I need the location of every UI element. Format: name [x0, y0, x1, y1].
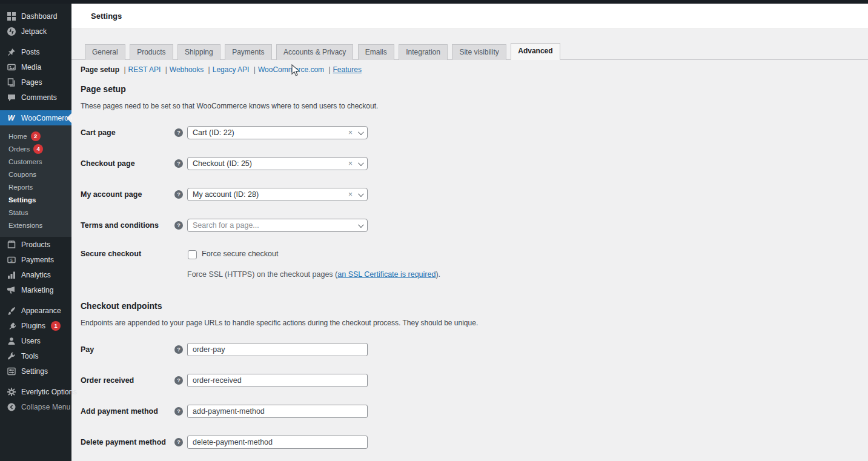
subnav-rest-api[interactable]: REST API: [128, 65, 161, 74]
plugin-icon: [7, 321, 16, 330]
sidebar-item-label: Tools: [21, 352, 39, 360]
sidebar-item-media[interactable]: Media: [0, 59, 71, 75]
sidebar-item-comments[interactable]: Comments: [0, 90, 71, 105]
subnav-page-setup[interactable]: Page setup: [81, 65, 119, 74]
cart-page-select[interactable]: Cart (ID: 22) ×: [187, 126, 368, 139]
terms-page-select[interactable]: Search for a page...: [187, 219, 368, 232]
media-icon: [7, 62, 16, 71]
sidebar-item-analytics[interactable]: Analytics: [0, 267, 71, 282]
help-icon[interactable]: ?: [174, 438, 183, 446]
help-icon[interactable]: ?: [174, 190, 183, 199]
help-icon[interactable]: ?: [174, 376, 183, 385]
cart-page-row: Cart page ? Cart (ID: 22) ×: [81, 126, 868, 139]
sidebar-item-appearance[interactable]: Appearance: [0, 303, 71, 318]
tab-accounts-privacy[interactable]: Accounts & Privacy: [276, 44, 353, 60]
page-header: Settings: [71, 4, 868, 29]
tab-emails[interactable]: Emails: [358, 44, 394, 60]
order-received-endpoint-input[interactable]: [187, 374, 368, 387]
pay-endpoint-row: Pay ?: [81, 343, 868, 356]
field-label: Pay: [81, 345, 174, 354]
main-content: Settings General Products Shipping Payme…: [71, 0, 868, 461]
sidebar-item-label: Analytics: [21, 271, 51, 279]
pages-icon: [7, 78, 16, 87]
submenu-item-status[interactable]: Status: [0, 206, 71, 219]
sidebar-item-posts[interactable]: Posts: [0, 44, 71, 59]
sidebar-separator: [0, 105, 71, 110]
my-account-page-select[interactable]: My account (ID: 28) ×: [187, 188, 368, 201]
settings-tab-bar: General Products Shipping Payments Accou…: [71, 43, 868, 60]
clear-selection-icon[interactable]: ×: [348, 191, 353, 198]
sidebar-item-jetpack[interactable]: Jetpack: [0, 24, 71, 39]
pay-endpoint-input[interactable]: [187, 343, 368, 356]
ssl-certificate-link[interactable]: an SSL Certificate is required: [337, 270, 436, 279]
paintbrush-icon: [7, 306, 16, 315]
force-secure-checkout-checkbox[interactable]: [188, 250, 197, 259]
sidebar-item-users[interactable]: Users: [0, 333, 71, 348]
woocommerce-submenu: Home 2 Orders 4 Customers Coupons Report…: [0, 125, 71, 237]
chevron-down-icon: [358, 222, 364, 228]
pushpin-icon: [7, 47, 16, 56]
sidebar-item-label: Collapse Menu: [21, 403, 70, 411]
woocommerce-settings-page: Dashboard Jetpack Posts Media Pages Comm…: [0, 0, 868, 461]
sidebar-item-payments[interactable]: $ Payments: [0, 252, 71, 267]
tab-general[interactable]: General: [85, 44, 125, 60]
tab-integration[interactable]: Integration: [399, 44, 448, 60]
sidebar-item-pages[interactable]: Pages: [0, 75, 71, 90]
field-label: Add payment method: [81, 407, 174, 416]
sidebar-item-settings[interactable]: Settings: [0, 363, 71, 379]
sidebar-item-marketing[interactable]: Marketing: [0, 282, 71, 297]
submenu-item-reports[interactable]: Reports: [0, 181, 71, 193]
subnav-webhooks[interactable]: Webhooks: [170, 65, 204, 74]
help-icon[interactable]: ?: [174, 159, 183, 168]
help-icon[interactable]: ?: [174, 221, 183, 230]
subnav-legacy-api[interactable]: Legacy API: [213, 65, 250, 74]
clear-selection-icon[interactable]: ×: [348, 129, 353, 136]
add-payment-method-endpoint-input[interactable]: [187, 405, 368, 418]
user-icon: [7, 336, 16, 345]
sidebar-item-woocommerce[interactable]: W WooCommerce: [0, 110, 71, 125]
settings-sliders-icon: [7, 366, 16, 376]
submenu-item-home[interactable]: Home 2: [0, 130, 71, 142]
sidebar-item-everlytic-options[interactable]: Everlytic Options: [0, 384, 71, 399]
sidebar-item-collapse-menu[interactable]: Collapse Menu: [0, 399, 71, 414]
collapse-arrow-icon: [7, 402, 16, 411]
tab-payments[interactable]: Payments: [225, 44, 271, 60]
tab-shipping[interactable]: Shipping: [177, 44, 220, 60]
help-icon[interactable]: ?: [174, 345, 183, 354]
checkout-page-select[interactable]: Checkout (ID: 25) ×: [187, 157, 368, 170]
submenu-item-customers[interactable]: Customers: [0, 155, 71, 168]
tab-products[interactable]: Products: [130, 44, 173, 60]
admin-sidebar: Dashboard Jetpack Posts Media Pages Comm…: [0, 0, 71, 461]
subnav-features[interactable]: Features: [333, 65, 362, 74]
gear-icon: [7, 387, 16, 396]
comment-bubble-icon: [7, 93, 16, 102]
sidebar-item-dashboard[interactable]: Dashboard: [0, 8, 71, 24]
sidebar-item-tools[interactable]: Tools: [0, 348, 71, 363]
help-icon[interactable]: ?: [174, 128, 183, 137]
page-setup-heading: Page setup: [81, 84, 868, 94]
help-icon[interactable]: ?: [174, 407, 183, 416]
payments-card-icon: $: [7, 255, 16, 264]
checkout-endpoints-form: Pay ? Order received ? Add payment metho…: [81, 343, 868, 461]
sidebar-item-label: Dashboard: [21, 12, 58, 21]
clear-selection-icon[interactable]: ×: [348, 160, 353, 167]
sidebar-item-products[interactable]: Products: [0, 237, 71, 252]
submenu-item-settings[interactable]: Settings: [0, 193, 71, 206]
secure-checkout-row: Secure checkout Force secure checkout: [81, 250, 868, 263]
wrench-icon: [7, 351, 16, 360]
submenu-item-coupons[interactable]: Coupons: [0, 168, 71, 181]
tab-advanced[interactable]: Advanced: [511, 43, 560, 60]
subnav-woocommerce-com[interactable]: WooCommerce.com: [258, 65, 324, 74]
sidebar-item-plugins[interactable]: Plugins 1: [0, 318, 71, 333]
field-label: Order received: [81, 376, 174, 385]
terms-and-conditions-row: Terms and conditions ? Search for a page…: [81, 219, 868, 232]
sidebar-item-label: Posts: [21, 48, 40, 56]
tab-site-visibility[interactable]: Site visibility: [452, 44, 506, 60]
submenu-item-orders[interactable]: Orders 4: [0, 142, 71, 155]
bar-chart-icon: [7, 270, 16, 279]
delete-payment-method-endpoint-input[interactable]: [187, 436, 368, 449]
dashboard-icon: [7, 12, 16, 21]
submenu-item-extensions[interactable]: Extensions: [0, 219, 71, 231]
sidebar-item-label: Products: [21, 240, 50, 249]
sidebar-item-label: Everlytic Options: [21, 388, 77, 396]
